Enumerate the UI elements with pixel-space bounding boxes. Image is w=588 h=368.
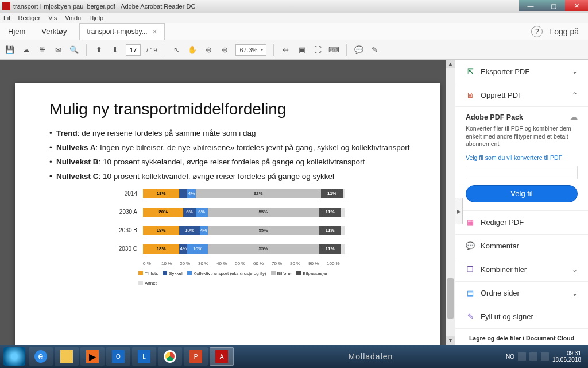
- page-up-icon[interactable]: ⬆: [94, 45, 104, 55]
- tool-combine-files[interactable]: ❐ Kombiner filer ⌄: [455, 258, 588, 282]
- chevron-up-icon: ⌃: [572, 91, 578, 99]
- save-icon[interactable]: 💾: [5, 45, 15, 55]
- menu-edit[interactable]: Rediger: [18, 14, 41, 21]
- zoom-in-icon[interactable]: ⊕: [219, 45, 230, 55]
- chart-segment: 4%: [187, 189, 195, 198]
- tools-button[interactable]: Verktøy: [33, 23, 75, 40]
- menu-file[interactable]: Fil: [3, 14, 10, 21]
- zoom-select[interactable]: 67.3%: [235, 44, 266, 56]
- document-viewport[interactable]: Mulig ny transportmiddelfordeling Trend:…: [0, 60, 455, 345]
- system-tray[interactable]: NO 09:3118.06.2018: [506, 350, 585, 363]
- main-toolbar: 💾 ☁ 🖶 ✉ 🔍 ⬆ ⬇ / 19 ↖ ✋ ⊖ ⊕ 67.3% ⇔ ▣ ⛶ ⌨…: [0, 40, 588, 60]
- start-button[interactable]: [3, 347, 25, 366]
- taskbar-powerpoint[interactable]: P: [184, 347, 208, 366]
- scroll-up-icon[interactable]: ▲: [446, 60, 455, 68]
- chart-segment: [341, 226, 345, 235]
- document-cloud-promo: Lagre og dele filer i Document Cloud Fin…: [455, 329, 588, 345]
- chart-segment: [343, 189, 345, 198]
- tool-organize-pages[interactable]: ▤ Ordne sider ⌄: [455, 282, 588, 305]
- chart-segment: 55%: [208, 244, 319, 254]
- hand-icon[interactable]: ✋: [187, 45, 198, 55]
- chart-segment: 11%: [319, 226, 341, 235]
- fill-sign-icon: ✎: [466, 312, 475, 321]
- taskbar-outlook[interactable]: O: [106, 347, 130, 366]
- chart-row: 201418%4%62%11%: [115, 187, 345, 200]
- scroll-down-icon[interactable]: ▼: [446, 336, 455, 345]
- page-down-icon[interactable]: ⬇: [110, 45, 120, 55]
- fit-page-icon[interactable]: ▣: [297, 45, 307, 55]
- menu-window[interactable]: Vindu: [65, 14, 81, 21]
- menu-help[interactable]: Hjelp: [89, 14, 103, 21]
- zoom-out-icon[interactable]: ⊖: [203, 45, 214, 55]
- chart-bar: 18%4%10%55%11%: [143, 244, 345, 254]
- chart-row: 2030 A20%6%6%55%11%: [115, 206, 345, 218]
- file-drop-slot[interactable]: [466, 166, 578, 179]
- legend-item: Sykkel: [163, 271, 183, 276]
- pack-description: Konverter filer til PDF og kombiner dem …: [466, 125, 578, 148]
- export-pdf-icon: ⇱: [466, 67, 475, 76]
- window-minimize-button[interactable]: —: [519, 0, 542, 12]
- tools-panel: ▶ ⇱ Eksporter PDF ⌄ 🗎 Opprett PDF ⌃ Adob…: [455, 60, 588, 345]
- chart-x-axis: 0 %10 %20 %30 %40 %50 %60 %70 %80 %90 %1…: [143, 261, 345, 266]
- close-tab-icon[interactable]: ✕: [152, 28, 157, 36]
- taskbar-lync[interactable]: L: [132, 347, 156, 366]
- tool-export-pdf[interactable]: ⇱ Eksporter PDF ⌄: [455, 60, 588, 83]
- login-button[interactable]: Logg på: [550, 27, 579, 36]
- document-tab-label: transport-i-mjosby...: [87, 28, 147, 36]
- create-pdf-icon: 🗎: [466, 90, 475, 99]
- tray-flag-icon[interactable]: [518, 352, 526, 361]
- organize-pages-icon: ▤: [466, 289, 475, 298]
- legend-item: Kollektivtransport (eks drosje og fly): [187, 271, 266, 276]
- cloud-icon[interactable]: ☁: [21, 45, 31, 55]
- scroll-thumb[interactable]: [447, 278, 454, 319]
- read-mode-icon[interactable]: ⌨: [329, 45, 339, 55]
- tool-fill-sign[interactable]: ✎ Fyll ut og signer: [455, 305, 588, 329]
- chart-row-label: 2030 C: [115, 246, 143, 252]
- search-icon[interactable]: 🔍: [69, 45, 79, 55]
- chart-segment: 4%: [179, 244, 187, 254]
- tray-lang[interactable]: NO: [506, 354, 514, 360]
- mail-icon[interactable]: ✉: [53, 45, 63, 55]
- print-icon[interactable]: 🖶: [37, 45, 47, 55]
- tray-volume-icon[interactable]: [541, 352, 549, 361]
- taskbar-chrome[interactable]: [158, 347, 182, 366]
- bullet-nullvekst-c: Nullvekst C: 10 prosent kollektivandel, …: [49, 172, 411, 182]
- tray-network-icon[interactable]: [529, 352, 537, 361]
- pointer-icon[interactable]: ↖: [171, 45, 181, 55]
- legend-item: Annet: [138, 281, 157, 286]
- sign-icon[interactable]: ✎: [370, 45, 380, 55]
- tool-edit-pdf[interactable]: ▦ Rediger PDF: [455, 211, 588, 235]
- help-icon[interactable]: ?: [531, 26, 543, 37]
- taskbar-mediaplayer[interactable]: ▶: [80, 347, 105, 366]
- chart-legend: Til fotsSykkelKollektivtransport (eks dr…: [138, 271, 345, 286]
- document-tab[interactable]: transport-i-mjosby... ✕: [79, 23, 164, 40]
- chart-segment: 10%: [179, 226, 199, 235]
- window-maximize-button[interactable]: ▢: [542, 0, 565, 12]
- window-close-button[interactable]: ✕: [565, 0, 588, 12]
- pack-select-file-link[interactable]: Velg fil som du vil konvertere til PDF: [466, 154, 578, 161]
- home-button[interactable]: Hjem: [0, 23, 33, 40]
- fit-width-icon[interactable]: ⇔: [281, 45, 291, 55]
- pdf-icon: [2, 2, 10, 10]
- fullscreen-icon[interactable]: ⛶: [313, 45, 323, 55]
- select-file-button[interactable]: Velg fil: [466, 185, 578, 202]
- edit-pdf-icon: ▦: [466, 218, 475, 227]
- menu-view[interactable]: Vis: [48, 14, 57, 21]
- adobe-pdf-pack-section: Adobe PDF Pack ☁ Konverter filer til PDF…: [455, 107, 588, 211]
- chart-segment: 11%: [319, 208, 341, 217]
- chart-segment: 62%: [196, 189, 321, 198]
- tool-comment[interactable]: 💬 Kommentar: [455, 235, 588, 258]
- chart-segment: 18%: [143, 189, 179, 198]
- chart-segment: 18%: [143, 226, 179, 235]
- tray-clock[interactable]: 09:3118.06.2018: [552, 350, 581, 363]
- tool-create-pdf[interactable]: 🗎 Opprett PDF ⌃: [455, 83, 588, 107]
- taskbar-explorer[interactable]: [55, 347, 79, 366]
- vertical-scrollbar[interactable]: ▲ ▼: [446, 60, 455, 345]
- taskbar-ie[interactable]: e: [29, 347, 53, 366]
- bullet-nullvekst-b: Nullvekst B: 10 prosent sykkelandel, øvr…: [49, 158, 411, 167]
- chart-segment: 20%: [143, 208, 183, 217]
- chart-segment: 11%: [319, 244, 341, 254]
- page-number-input[interactable]: [126, 44, 141, 56]
- comment-icon[interactable]: 💬: [354, 45, 364, 55]
- taskbar-acrobat[interactable]: A: [210, 347, 234, 366]
